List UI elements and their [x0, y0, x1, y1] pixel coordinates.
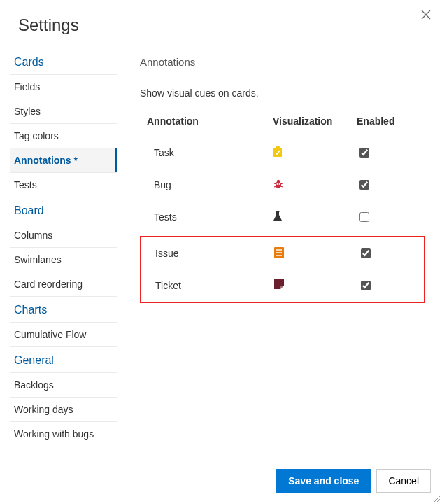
close-icon[interactable] — [421, 10, 431, 20]
table-header: Annotation Visualization Enabled — [140, 111, 425, 136]
table-row: Task — [140, 136, 425, 169]
svg-point-10 — [277, 183, 278, 185]
sidebar-group-cards: Cards — [10, 56, 117, 74]
annotations-table: TaskBugTestsIssueTicket — [140, 136, 425, 303]
annotation-label: Task — [154, 147, 273, 158]
page-title: Settings — [0, 0, 442, 35]
sidebar-group-charts: Charts — [10, 296, 117, 322]
svg-line-9 — [280, 186, 283, 187]
sidebar-item-cumulative-flow[interactable]: Cumulative Flow — [10, 322, 117, 346]
annotation-label: Ticket — [155, 280, 274, 291]
table-row: Tests — [140, 201, 425, 233]
svg-line-18 — [437, 499, 440, 502]
main-panel: Annotations Show visual cues on cards. A… — [117, 56, 442, 446]
annotation-label: Issue — [155, 248, 274, 259]
enabled-checkbox[interactable] — [361, 248, 371, 258]
enabled-checkbox[interactable] — [359, 180, 369, 190]
highlight-box: IssueTicket — [140, 236, 425, 303]
svg-line-8 — [274, 186, 276, 187]
note-icon — [274, 279, 285, 292]
sidebar-item-fields[interactable]: Fields — [10, 74, 117, 99]
svg-rect-3 — [276, 146, 280, 148]
sidebar-item-card-reordering[interactable]: Card reordering — [10, 272, 117, 296]
sidebar-item-working-days[interactable]: Working days — [10, 397, 117, 421]
table-row: Bug — [140, 169, 425, 201]
svg-point-5 — [277, 180, 280, 183]
sidebar-item-working-with-bugs[interactable]: Working with bugs — [10, 421, 117, 446]
enabled-checkbox[interactable] — [359, 148, 369, 158]
dialog-footer: Save and close Cancel — [276, 469, 431, 493]
col-visualization: Visualization — [273, 115, 357, 127]
sidebar-item-annotations-[interactable]: Annotations * — [10, 148, 117, 172]
cancel-button[interactable]: Cancel — [376, 469, 431, 493]
sidebar-item-swimlanes[interactable]: Swimlanes — [10, 247, 117, 272]
col-enabled: Enabled — [357, 115, 425, 127]
annotation-label: Bug — [154, 179, 273, 190]
panel-description: Show visual cues on cards. — [140, 88, 425, 99]
list-icon — [274, 247, 285, 260]
sidebar-group-board: Board — [10, 197, 117, 223]
col-annotation: Annotation — [147, 115, 273, 127]
sidebar-item-tests[interactable]: Tests — [10, 172, 117, 197]
sidebar-item-backlogs[interactable]: Backlogs — [10, 372, 117, 397]
resize-grip-icon[interactable] — [432, 494, 441, 503]
clipboard-check-icon — [273, 146, 284, 159]
annotation-label: Tests — [154, 211, 273, 223]
sidebar-item-styles[interactable]: Styles — [10, 99, 117, 123]
table-row: Issue — [141, 237, 424, 270]
sidebar-item-tag-colors[interactable]: Tag colors — [10, 123, 117, 148]
save-and-close-button[interactable]: Save and close — [276, 469, 371, 493]
sidebar-item-columns[interactable]: Columns — [10, 223, 117, 247]
svg-point-11 — [279, 183, 280, 185]
table-row: Ticket — [141, 270, 424, 302]
beaker-icon — [273, 211, 284, 223]
sidebar: CardsFieldsStylesTag colorsAnnotations *… — [0, 56, 117, 446]
panel-title: Annotations — [140, 56, 425, 68]
enabled-checkbox[interactable] — [359, 212, 369, 222]
bug-icon — [273, 178, 284, 191]
svg-rect-12 — [276, 211, 280, 212]
sidebar-group-general: General — [10, 346, 117, 372]
enabled-checkbox[interactable] — [361, 281, 371, 290]
svg-line-17 — [434, 496, 440, 502]
